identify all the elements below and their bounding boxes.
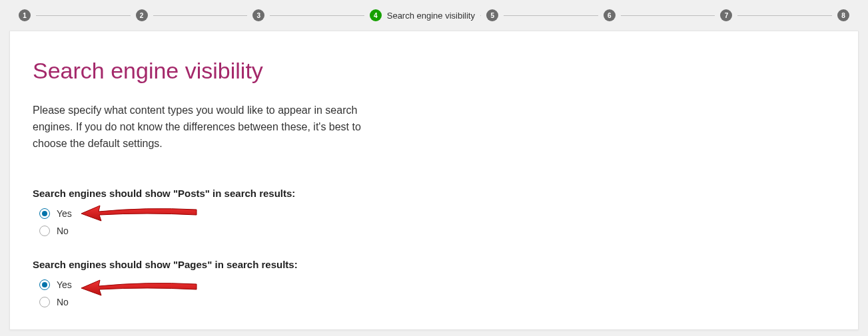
step-6[interactable]: 6 xyxy=(604,9,616,21)
step-3[interactable]: 3 xyxy=(252,9,264,21)
step-4-label: Search engine visibility xyxy=(387,11,475,21)
step-line xyxy=(737,15,832,16)
radio-icon xyxy=(39,226,50,236)
radio-icon xyxy=(39,279,50,290)
option-label: Yes xyxy=(57,208,72,219)
posts-yes-option[interactable]: Yes xyxy=(39,208,835,219)
wizard-stepper: 1 2 3 4 Search engine visibility 5 6 7 8 xyxy=(0,0,868,31)
radio-icon xyxy=(39,208,50,219)
pages-visibility-label: Search engines should show "Pages" in se… xyxy=(33,259,835,270)
step-4[interactable]: 4 xyxy=(370,9,382,21)
posts-visibility-label: Search engines should show "Posts" in se… xyxy=(33,188,835,199)
step-line xyxy=(480,15,481,16)
pages-yes-option[interactable]: Yes xyxy=(39,279,835,290)
step-5[interactable]: 5 xyxy=(486,9,498,21)
step-8[interactable]: 8 xyxy=(837,9,849,21)
step-line xyxy=(504,15,598,16)
step-line xyxy=(621,15,715,16)
step-line xyxy=(36,15,131,16)
step-line xyxy=(153,15,248,16)
posts-no-option[interactable]: No xyxy=(39,226,835,236)
step-1[interactable]: 1 xyxy=(19,9,31,21)
content-card: Search engine visibility Please specify … xyxy=(9,31,859,330)
step-7[interactable]: 7 xyxy=(720,9,732,21)
pages-no-option[interactable]: No xyxy=(39,297,835,307)
option-label: No xyxy=(57,226,69,236)
intro-text: Please specify what content types you wo… xyxy=(33,102,392,152)
posts-visibility-group: Search engines should show "Posts" in se… xyxy=(33,188,835,236)
pages-visibility-group: Search engines should show "Pages" in se… xyxy=(33,259,835,307)
step-2[interactable]: 2 xyxy=(136,9,148,21)
radio-icon xyxy=(39,297,50,307)
step-line xyxy=(270,15,364,16)
option-label: No xyxy=(57,297,69,307)
page-title: Search engine visibility xyxy=(33,58,835,84)
option-label: Yes xyxy=(57,279,72,290)
